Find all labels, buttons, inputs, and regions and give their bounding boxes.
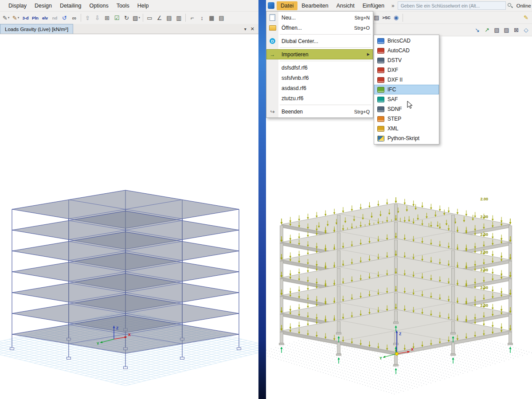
submenu-item-step[interactable]: STEP (374, 114, 439, 124)
clip-box-icon[interactable]: ⊠ (512, 25, 521, 35)
rectangle-tool-icon[interactable]: ▭ (145, 13, 154, 23)
section-cut-icon[interactable]: ▨ (502, 25, 511, 35)
hatch-tool-icon[interactable]: ▤ (164, 13, 174, 23)
submenu-item-python-skript[interactable]: Python-Skript (374, 133, 439, 143)
menu-help[interactable]: Help (133, 1, 153, 10)
app-icon (268, 2, 274, 9)
undo-icon[interactable]: ↺ (60, 13, 69, 23)
select-arrow-green-icon[interactable]: ↗ (482, 25, 492, 35)
left-building-model (10, 190, 241, 369)
menu-einf-gen[interactable]: Einfügen (359, 1, 388, 10)
import-submenu: BricsCADAutoCADDSTVDXFDXF IIIFCSAFSDNFST… (374, 35, 439, 145)
submenu-item-dxf[interactable]: DXF (374, 65, 439, 75)
menu-item-ztutzu-rf6[interactable]: ztutzu.rf6 (266, 93, 373, 103)
move-up-icon[interactable]: ⇧ (83, 13, 92, 23)
plan-view-button[interactable]: Pln (31, 13, 40, 23)
python-skript-icon (377, 136, 384, 141)
format-pen-icon[interactable]: ✎▾ (1, 13, 11, 23)
menu-item-label: ztutzu.rf6 (278, 95, 370, 102)
desktop-wallpaper (258, 0, 266, 399)
load-label: 2.00 (480, 303, 488, 308)
submenu-item-dstv[interactable]: DSTV (374, 55, 439, 65)
rotate-view-icon[interactable]: ↻ (122, 13, 131, 23)
submenu-item-ifc[interactable]: IFC (374, 85, 439, 94)
menu-datei[interactable]: Datei (277, 1, 297, 10)
menu-bearbeiten[interactable]: Bearbeiten (297, 1, 332, 10)
menu-item-importieren[interactable]: →Importieren▶ (266, 49, 373, 59)
menu-separator (280, 105, 371, 105)
workplane-icon[interactable]: ◇ (521, 25, 531, 35)
left-menu-bar: DisplayDesignDetailingOptionsToolsHelp (0, 0, 258, 11)
new-document-icon (270, 14, 275, 21)
menu-display[interactable]: Display (4, 1, 31, 10)
move-down-icon[interactable]: ⇩ (93, 13, 102, 23)
keyword-search-input[interactable] (398, 1, 506, 10)
table-view-icon[interactable]: ▤ (217, 13, 226, 23)
submenu-item-label: BricsCAD (387, 38, 411, 44)
menu-item-shortcut: Strg+Q (349, 109, 370, 114)
submenu-item-xml[interactable]: XML (374, 124, 439, 133)
load-label: 2.00 (480, 250, 488, 254)
menu-options[interactable]: Options (86, 1, 113, 10)
xml-icon (377, 126, 384, 132)
elevation-view-button[interactable]: elv (40, 13, 50, 23)
submenu-item-sdnf[interactable]: SDNF (374, 104, 439, 114)
menu-item-dlubal-center[interactable]: DDlubal Center... (266, 36, 373, 46)
menu-design[interactable]: Design (31, 1, 56, 10)
left-viewport[interactable]: ZXY (0, 34, 258, 399)
submenu-item-dxf-ii[interactable]: DXF II (374, 75, 439, 85)
nd-view-button[interactable]: nd (50, 13, 59, 23)
axis-label: X (411, 347, 414, 352)
load-label: 2.00 (480, 268, 488, 272)
view-glasses-icon[interactable]: ∞ (70, 13, 79, 23)
search-icon[interactable] (507, 2, 513, 9)
submenu-item-label: AutoCAD (387, 47, 410, 54)
mouse-cursor (407, 101, 413, 109)
saf-icon (377, 97, 384, 102)
loads-tab[interactable]: Loads Gravity (Live) [kN/m²] (0, 24, 73, 34)
window-select-icon[interactable]: ⊞ (102, 13, 112, 23)
submenu-item-saf[interactable]: SAF (374, 94, 439, 104)
menu-item-ffnen[interactable]: Öffnen...Strg+O (266, 23, 373, 33)
edit-pencil-icon[interactable]: ✎ (521, 13, 531, 22)
menu-overflow-icon[interactable]: » (389, 3, 397, 9)
submenu-item-autocad[interactable]: AutoCAD (374, 46, 439, 55)
tab-dropdown-icon[interactable]: ▾ (242, 27, 249, 31)
format-brush-icon[interactable]: ✎▾ (11, 13, 20, 23)
load-label: 2.00 (480, 215, 488, 219)
submenu-item-label: DXF II (387, 77, 403, 83)
dlubal-center-icon: D (266, 38, 278, 44)
view-3d-button[interactable]: 3-d (21, 13, 30, 23)
load-label: 2.00 (480, 286, 488, 290)
results-icon[interactable]: ▨ (372, 13, 381, 22)
menu-separator (280, 61, 371, 61)
import-icon: → (270, 51, 275, 58)
script-badge[interactable]: >SC (382, 13, 391, 22)
axis-label: Y (97, 341, 99, 346)
hatch-alt-tool-icon[interactable]: ▥ (174, 13, 184, 23)
dropdown-caret-icon: ▾ (18, 16, 20, 20)
vertical-dim-icon[interactable]: ↕ (197, 13, 207, 23)
angle-tool-icon[interactable]: ∠ (155, 13, 164, 23)
tab-close-icon[interactable]: ✕ (249, 26, 258, 32)
isometric-view-icon[interactable]: ▧▾ (132, 13, 141, 23)
section-table-icon[interactable]: ▦ (207, 13, 216, 23)
checkbox-icon[interactable]: ☑ (112, 13, 121, 23)
file-menu: Neu...Strg+NÖffnen...Strg+ODDlubal Cente… (266, 11, 373, 118)
visibility-icon[interactable]: ▧ (492, 25, 501, 35)
cursor-arrow-icon (407, 101, 413, 109)
menu-ansicht[interactable]: Ansicht (332, 1, 359, 10)
open-folder-icon (266, 25, 278, 31)
menu-item-beenden[interactable]: ↪BeendenStrg+Q (266, 106, 373, 117)
menu-item-dsfsdfsf-rf6[interactable]: dsfsdfsf.rf6 (266, 63, 373, 73)
menu-tools[interactable]: Tools (113, 1, 133, 10)
menu-item-asdasd-rf6[interactable]: asdasd.rf6 (266, 83, 373, 93)
loads-tab-label: Loads Gravity (Live) [kN/m²] (5, 27, 68, 32)
render-sphere-icon[interactable]: ◉ (391, 13, 401, 22)
menu-item-neu[interactable]: Neu...Strg+N (266, 12, 373, 23)
menu-detailing[interactable]: Detailing (56, 1, 86, 10)
menu-item-ssfsfvnb-rf6[interactable]: ssfsfvnb.rf6 (266, 73, 373, 83)
select-arrow-blue-icon[interactable]: ↘ (473, 25, 482, 35)
submenu-item-bricscad[interactable]: BricsCAD (374, 36, 439, 46)
corner-tool-icon[interactable]: ⌐ (188, 13, 197, 23)
